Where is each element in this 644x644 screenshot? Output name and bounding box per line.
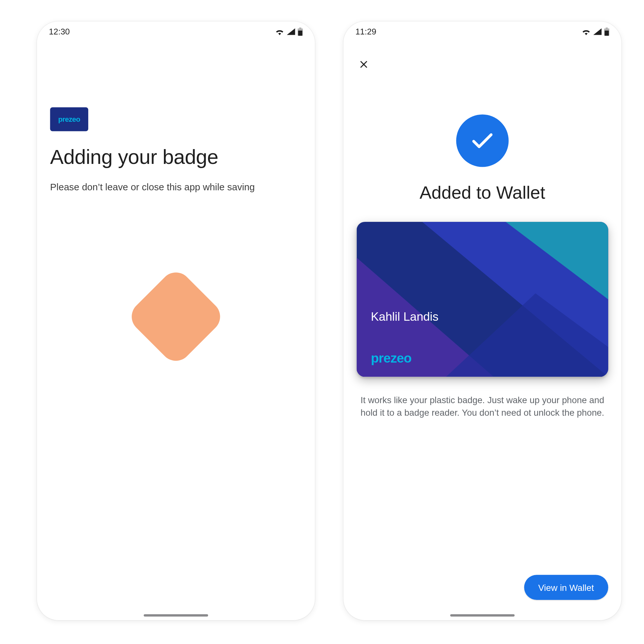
brand-badge-label: prezeo bbox=[58, 115, 80, 123]
check-icon bbox=[469, 128, 495, 154]
nav-handle[interactable] bbox=[144, 614, 208, 616]
page-subtitle: Please don’t leave or close this app whi… bbox=[50, 181, 302, 194]
app-bar bbox=[344, 48, 621, 81]
battery-icon bbox=[298, 27, 303, 36]
status-time: 12:30 bbox=[49, 27, 70, 36]
battery-icon bbox=[604, 27, 610, 36]
nav-handle[interactable] bbox=[450, 614, 515, 616]
page-description: It works like your plastic badge. Just w… bbox=[360, 393, 605, 419]
status-time: 11:29 bbox=[355, 27, 376, 36]
card-holder-name: Kahlil Landis bbox=[371, 310, 439, 324]
page-title: Added to Wallet bbox=[344, 183, 621, 203]
wifi-icon bbox=[275, 28, 285, 35]
wifi-icon bbox=[582, 28, 591, 35]
page-title: Adding your badge bbox=[50, 146, 302, 169]
cellular-icon bbox=[287, 28, 295, 35]
loading-spinner bbox=[125, 266, 226, 367]
success-check-circle bbox=[456, 115, 509, 167]
wallet-card[interactable]: Kahlil Landis prezeo bbox=[356, 222, 608, 377]
cellular-icon bbox=[593, 28, 602, 35]
phone-adding-badge: 12:30 prezeo Adding your badge Please do… bbox=[37, 22, 315, 620]
card-brand-label: prezeo bbox=[371, 351, 412, 366]
status-bar: 12:30 bbox=[37, 22, 315, 42]
status-icons bbox=[275, 27, 303, 36]
phone-added-to-wallet: 11:29 Added to Wallet bbox=[344, 22, 621, 620]
close-button[interactable] bbox=[352, 52, 376, 76]
close-icon bbox=[358, 58, 370, 70]
status-icons bbox=[582, 27, 610, 36]
status-bar: 11:29 bbox=[344, 22, 621, 42]
brand-badge: prezeo bbox=[50, 107, 89, 131]
view-in-wallet-button[interactable]: View in Wallet bbox=[524, 575, 608, 600]
